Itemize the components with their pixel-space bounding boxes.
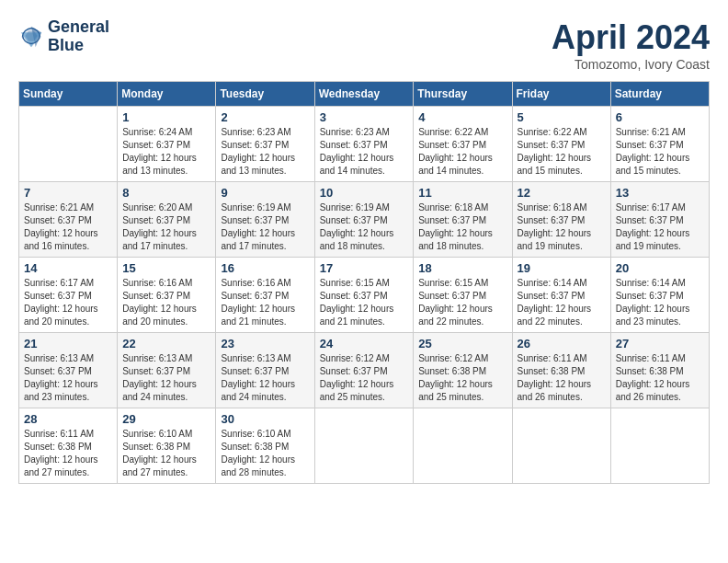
day-info: Sunrise: 6:21 AMSunset: 6:37 PMDaylight:… xyxy=(24,201,112,253)
day-info: Sunrise: 6:14 AMSunset: 6:37 PMDaylight:… xyxy=(616,277,704,328)
day-number: 19 xyxy=(518,261,606,275)
calendar-cell: 15Sunrise: 6:16 AMSunset: 6:37 PMDayligh… xyxy=(118,258,216,333)
logo-line1: General xyxy=(48,18,109,37)
calendar-cell: 6Sunrise: 6:21 AMSunset: 6:37 PMDaylight… xyxy=(610,107,709,182)
day-info: Sunrise: 6:18 AMSunset: 6:37 PMDaylight:… xyxy=(518,201,606,253)
calendar-cell: 12Sunrise: 6:18 AMSunset: 6:37 PMDayligh… xyxy=(512,182,610,258)
day-info: Sunrise: 6:11 AMSunset: 6:38 PMDaylight:… xyxy=(616,352,704,404)
day-number: 13 xyxy=(616,186,704,200)
calendar-week-2: 7Sunrise: 6:21 AMSunset: 6:37 PMDaylight… xyxy=(19,182,710,258)
day-info: Sunrise: 6:18 AMSunset: 6:37 PMDaylight:… xyxy=(418,201,506,253)
logo-line2: Blue xyxy=(48,37,109,55)
day-info: Sunrise: 6:16 AMSunset: 6:37 PMDaylight:… xyxy=(122,277,210,328)
calendar-cell: 17Sunrise: 6:15 AMSunset: 6:37 PMDayligh… xyxy=(314,258,414,333)
calendar-header-tuesday: Tuesday xyxy=(216,82,314,107)
calendar-cell: 8Sunrise: 6:20 AMSunset: 6:37 PMDaylight… xyxy=(118,182,216,258)
day-number: 8 xyxy=(122,186,210,200)
day-number: 18 xyxy=(418,261,506,275)
day-number: 27 xyxy=(616,337,704,350)
day-info: Sunrise: 6:11 AMSunset: 6:38 PMDaylight:… xyxy=(24,428,112,479)
day-info: Sunrise: 6:15 AMSunset: 6:37 PMDaylight:… xyxy=(418,277,506,328)
day-number: 26 xyxy=(518,337,606,350)
day-info: Sunrise: 6:21 AMSunset: 6:37 PMDaylight:… xyxy=(616,126,704,178)
day-number: 15 xyxy=(122,261,210,275)
calendar-cell: 22Sunrise: 6:13 AMSunset: 6:37 PMDayligh… xyxy=(118,333,216,408)
calendar-cell xyxy=(414,408,512,484)
day-number: 2 xyxy=(221,110,309,124)
day-info: Sunrise: 6:23 AMSunset: 6:37 PMDaylight:… xyxy=(320,126,409,178)
day-info: Sunrise: 6:13 AMSunset: 6:37 PMDaylight:… xyxy=(24,352,112,404)
day-info: Sunrise: 6:19 AMSunset: 6:37 PMDaylight:… xyxy=(320,201,409,253)
calendar-cell: 24Sunrise: 6:12 AMSunset: 6:37 PMDayligh… xyxy=(314,333,414,408)
day-number: 1 xyxy=(122,110,210,124)
day-info: Sunrise: 6:15 AMSunset: 6:37 PMDaylight:… xyxy=(320,277,409,328)
day-info: Sunrise: 6:24 AMSunset: 6:37 PMDaylight:… xyxy=(122,126,210,178)
page-header: General Blue April 2024 Tomozomo, Ivory … xyxy=(18,18,710,72)
calendar-header-sunday: Sunday xyxy=(19,82,118,107)
day-number: 30 xyxy=(221,412,309,426)
calendar-cell: 3Sunrise: 6:23 AMSunset: 6:37 PMDaylight… xyxy=(314,107,414,182)
calendar-header-friday: Friday xyxy=(512,82,610,107)
calendar-cell: 29Sunrise: 6:10 AMSunset: 6:38 PMDayligh… xyxy=(118,408,216,484)
day-number: 29 xyxy=(122,412,210,426)
calendar-cell: 21Sunrise: 6:13 AMSunset: 6:37 PMDayligh… xyxy=(19,333,118,408)
calendar-cell: 23Sunrise: 6:13 AMSunset: 6:37 PMDayligh… xyxy=(216,333,314,408)
location: Tomozomo, Ivory Coast xyxy=(552,57,710,72)
calendar-cell: 16Sunrise: 6:16 AMSunset: 6:37 PMDayligh… xyxy=(216,258,314,333)
day-number: 9 xyxy=(221,186,309,200)
day-number: 5 xyxy=(518,110,606,124)
day-number: 28 xyxy=(24,412,112,426)
calendar-cell: 5Sunrise: 6:22 AMSunset: 6:37 PMDaylight… xyxy=(512,107,610,182)
day-number: 10 xyxy=(320,186,409,200)
calendar-cell: 4Sunrise: 6:22 AMSunset: 6:37 PMDaylight… xyxy=(414,107,512,182)
title-block: April 2024 Tomozomo, Ivory Coast xyxy=(552,18,710,72)
calendar-week-5: 28Sunrise: 6:11 AMSunset: 6:38 PMDayligh… xyxy=(19,408,710,484)
calendar-week-4: 21Sunrise: 6:13 AMSunset: 6:37 PMDayligh… xyxy=(19,333,710,408)
logo-icon xyxy=(18,24,44,50)
calendar-cell: 7Sunrise: 6:21 AMSunset: 6:37 PMDaylight… xyxy=(19,182,118,258)
day-number: 20 xyxy=(616,261,704,275)
day-info: Sunrise: 6:22 AMSunset: 6:37 PMDaylight:… xyxy=(518,126,606,178)
day-number: 4 xyxy=(418,110,506,124)
day-info: Sunrise: 6:13 AMSunset: 6:37 PMDaylight:… xyxy=(122,352,210,404)
calendar-cell: 25Sunrise: 6:12 AMSunset: 6:38 PMDayligh… xyxy=(414,333,512,408)
calendar-cell: 20Sunrise: 6:14 AMSunset: 6:37 PMDayligh… xyxy=(610,258,709,333)
calendar-header-monday: Monday xyxy=(118,82,216,107)
calendar-cell xyxy=(314,408,414,484)
day-number: 11 xyxy=(418,186,506,200)
day-number: 16 xyxy=(221,261,309,275)
day-info: Sunrise: 6:14 AMSunset: 6:37 PMDaylight:… xyxy=(518,277,606,328)
day-number: 12 xyxy=(518,186,606,200)
day-number: 24 xyxy=(320,337,409,350)
calendar-header-saturday: Saturday xyxy=(610,82,709,107)
calendar-cell: 11Sunrise: 6:18 AMSunset: 6:37 PMDayligh… xyxy=(414,182,512,258)
day-info: Sunrise: 6:11 AMSunset: 6:38 PMDaylight:… xyxy=(518,352,606,404)
calendar-cell: 18Sunrise: 6:15 AMSunset: 6:37 PMDayligh… xyxy=(414,258,512,333)
day-number: 14 xyxy=(24,261,112,275)
day-info: Sunrise: 6:12 AMSunset: 6:37 PMDaylight:… xyxy=(320,352,409,404)
day-number: 3 xyxy=(320,110,409,124)
day-info: Sunrise: 6:17 AMSunset: 6:37 PMDaylight:… xyxy=(616,201,704,253)
calendar-week-3: 14Sunrise: 6:17 AMSunset: 6:37 PMDayligh… xyxy=(19,258,710,333)
day-info: Sunrise: 6:13 AMSunset: 6:37 PMDaylight:… xyxy=(221,352,309,404)
calendar-cell: 13Sunrise: 6:17 AMSunset: 6:37 PMDayligh… xyxy=(610,182,709,258)
day-number: 17 xyxy=(320,261,409,275)
day-info: Sunrise: 6:10 AMSunset: 6:38 PMDaylight:… xyxy=(221,428,309,479)
calendar-header-thursday: Thursday xyxy=(414,82,512,107)
day-info: Sunrise: 6:20 AMSunset: 6:37 PMDaylight:… xyxy=(122,201,210,253)
calendar-header-row: SundayMondayTuesdayWednesdayThursdayFrid… xyxy=(19,82,710,107)
day-info: Sunrise: 6:19 AMSunset: 6:37 PMDaylight:… xyxy=(221,201,309,253)
calendar-cell: 14Sunrise: 6:17 AMSunset: 6:37 PMDayligh… xyxy=(19,258,118,333)
calendar-cell xyxy=(512,408,610,484)
calendar-cell: 2Sunrise: 6:23 AMSunset: 6:37 PMDaylight… xyxy=(216,107,314,182)
day-info: Sunrise: 6:16 AMSunset: 6:37 PMDaylight:… xyxy=(221,277,309,328)
month-title: April 2024 xyxy=(552,18,710,57)
calendar-cell: 1Sunrise: 6:24 AMSunset: 6:37 PMDaylight… xyxy=(118,107,216,182)
calendar-cell: 9Sunrise: 6:19 AMSunset: 6:37 PMDaylight… xyxy=(216,182,314,258)
calendar-cell: 28Sunrise: 6:11 AMSunset: 6:38 PMDayligh… xyxy=(19,408,118,484)
day-number: 22 xyxy=(122,337,210,350)
calendar-week-1: 1Sunrise: 6:24 AMSunset: 6:37 PMDaylight… xyxy=(19,107,710,182)
calendar-cell xyxy=(19,107,118,182)
day-number: 25 xyxy=(418,337,506,350)
calendar-cell: 10Sunrise: 6:19 AMSunset: 6:37 PMDayligh… xyxy=(314,182,414,258)
